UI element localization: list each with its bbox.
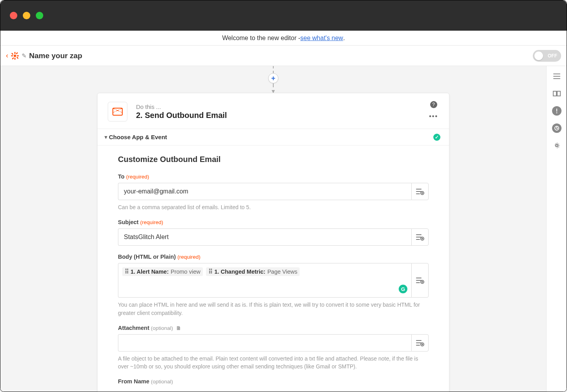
whats-new-link[interactable]: see what's new xyxy=(300,35,343,42)
rail-alert-icon[interactable] xyxy=(552,106,561,116)
close-window-icon[interactable] xyxy=(10,12,17,19)
toggle-label: OFF xyxy=(548,53,557,59)
svg-rect-1 xyxy=(15,52,16,54)
rail-outline-icon[interactable] xyxy=(552,72,561,81)
back-chevron-icon[interactable]: ‹ xyxy=(6,52,8,60)
body-input[interactable]: ⠿ 1. Alert Name: Promo view ⠿ 1. Changed… xyxy=(118,263,411,298)
to-input[interactable] xyxy=(118,183,411,200)
field-to: To (required) Can be a comma separated l… xyxy=(118,173,429,211)
zapier-logo-icon[interactable] xyxy=(11,52,19,60)
canvas: + ▼ Do this ... 2. Send Outbound Email ?… xyxy=(0,66,546,392)
grammarly-icon[interactable]: G xyxy=(399,285,407,293)
from-name-optional-badge: (optional) xyxy=(151,379,173,385)
to-required-badge: (required) xyxy=(126,174,149,180)
minimize-window-icon[interactable] xyxy=(23,12,30,19)
welcome-prefix: Welcome to the new editor - xyxy=(222,35,300,42)
svg-rect-7 xyxy=(16,52,18,54)
subject-label: Subject xyxy=(118,219,138,225)
body-pill-changed-metric[interactable]: ⠿ 1. Changed Metric: Page Views xyxy=(206,267,300,276)
enable-zap-toggle[interactable]: OFF xyxy=(533,50,561,62)
form-title: Customize Outbound Email xyxy=(118,155,429,164)
svg-rect-5 xyxy=(11,53,14,55)
svg-rect-2 xyxy=(15,57,16,60)
svg-rect-12 xyxy=(556,109,557,112)
pill2-value: Page Views xyxy=(267,269,297,275)
app-dots-icon: ⠿ xyxy=(125,269,129,275)
svg-rect-6 xyxy=(17,57,19,59)
maximize-window-icon[interactable] xyxy=(36,12,43,19)
app-icon-email xyxy=(108,102,127,121)
workspace: + ▼ Do this ... 2. Send Outbound Email ?… xyxy=(0,66,567,392)
to-insert-data-button[interactable] xyxy=(411,183,429,200)
to-help: Can be a comma separated list of emails.… xyxy=(118,203,429,211)
file-icon: 🗎 xyxy=(176,325,181,331)
subject-input[interactable] xyxy=(118,228,411,246)
to-label: To xyxy=(118,173,125,180)
svg-point-13 xyxy=(556,112,557,114)
body-required-badge: (required) xyxy=(177,254,201,260)
welcome-suffix: . xyxy=(343,35,345,42)
attachment-input[interactable] xyxy=(118,334,411,352)
section-complete-icon: ✓ xyxy=(433,134,440,141)
step-header: Do this ... 2. Send Outbound Email ? ••• xyxy=(98,93,449,129)
window-titlebar xyxy=(0,0,567,31)
field-from-name: From Name (optional) xyxy=(118,378,429,385)
right-rail xyxy=(546,66,567,392)
rail-history-icon[interactable] xyxy=(552,123,561,133)
step-menu-icon[interactable]: ••• xyxy=(429,113,438,120)
welcome-banner: Welcome to the new editor - see what's n… xyxy=(0,31,567,46)
subject-insert-data-button[interactable] xyxy=(411,228,429,246)
choose-app-section[interactable]: ▾ Choose App & Event ✓ xyxy=(98,129,449,145)
body-label: Body (HTML or Plain) xyxy=(118,254,176,260)
add-step-button[interactable]: + xyxy=(268,73,278,83)
zap-name[interactable]: Name your zap xyxy=(29,52,82,60)
pill1-value: Promo view xyxy=(171,269,201,275)
step-kind-label: Do this ... xyxy=(136,103,439,110)
app-dots-icon: ⠿ xyxy=(208,269,212,275)
field-attachment: Attachment (optional) 🗎 A file object to… xyxy=(118,325,429,371)
rail-settings-icon[interactable] xyxy=(552,141,561,150)
attachment-optional-badge: (optional) xyxy=(151,325,173,331)
header-left: ‹ ✎ Name your zap xyxy=(6,52,82,60)
edit-name-icon[interactable]: ✎ xyxy=(22,52,27,59)
field-body: Body (HTML or Plain) (required) ⠿ 1. Ale… xyxy=(118,254,429,317)
step-connector: + ▼ xyxy=(268,66,278,94)
pill2-label: 1. Changed Metric: xyxy=(214,269,265,275)
step-title: 2. Send Outbound Email xyxy=(136,111,439,120)
mail-icon xyxy=(112,108,123,116)
body-help: You can place HTML in here and we will s… xyxy=(118,301,429,317)
body-pill-alert-name[interactable]: ⠿ 1. Alert Name: Promo view xyxy=(122,267,203,276)
svg-point-0 xyxy=(14,55,16,57)
editor-header: ‹ ✎ Name your zap OFF xyxy=(0,46,567,66)
subject-required-badge: (required) xyxy=(140,219,163,225)
rail-guide-icon[interactable] xyxy=(552,89,561,98)
svg-rect-8 xyxy=(12,57,14,59)
customize-form: Customize Outbound Email To (required) C… xyxy=(98,145,449,392)
pill1-label: 1. Alert Name: xyxy=(131,269,169,275)
chevron-down-icon: ▾ xyxy=(105,134,107,140)
svg-rect-3 xyxy=(11,55,13,56)
attachment-help: A file object to be attached to the emai… xyxy=(118,355,429,371)
section-label: Choose App & Event xyxy=(109,134,167,140)
from-name-label: From Name xyxy=(118,378,149,385)
toggle-knob xyxy=(534,52,543,60)
attachment-insert-data-button[interactable] xyxy=(411,334,429,352)
connector-line xyxy=(273,83,274,87)
connector-line xyxy=(273,66,274,73)
help-icon[interactable]: ? xyxy=(430,101,437,108)
step-card: Do this ... 2. Send Outbound Email ? •••… xyxy=(97,93,449,392)
attachment-label: Attachment xyxy=(118,325,149,331)
field-subject: Subject (required) xyxy=(118,219,429,246)
svg-rect-4 xyxy=(17,55,19,56)
body-insert-data-button[interactable] xyxy=(411,263,429,298)
